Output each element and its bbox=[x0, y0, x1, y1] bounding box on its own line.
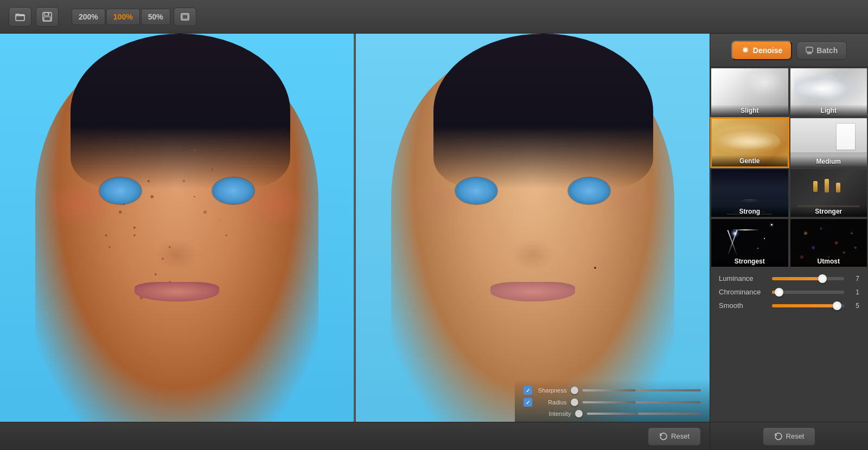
smooth-label: Smooth bbox=[719, 301, 768, 310]
right-panel: Denoise Batch Slight bbox=[710, 34, 868, 450]
right-bottom-bar: Reset bbox=[710, 422, 868, 450]
preset-slight-label: Slight bbox=[711, 105, 788, 116]
gear-icon bbox=[741, 46, 750, 55]
svg-rect-3 bbox=[44, 17, 50, 21]
before-portrait bbox=[0, 34, 354, 422]
preset-utmost-label: Utmost bbox=[790, 255, 867, 267]
chrominance-slider-container[interactable] bbox=[772, 291, 844, 294]
zoom-controls: 200% 100% 50% bbox=[72, 8, 196, 26]
preset-medium[interactable]: Medium bbox=[789, 117, 869, 168]
open-button[interactable] bbox=[9, 7, 31, 27]
zoom-fit-button[interactable] bbox=[174, 8, 196, 26]
main-content: Sharpness Radius bbox=[0, 34, 868, 450]
left-bottom-bar: Reset bbox=[0, 422, 710, 450]
smooth-track bbox=[772, 304, 844, 307]
preset-stronger-label: Stronger bbox=[790, 205, 867, 217]
tab-denoise[interactable]: Denoise bbox=[731, 41, 792, 60]
radius-slider-thumb[interactable] bbox=[571, 398, 578, 406]
batch-icon bbox=[806, 47, 813, 54]
intensity-slider-thumb[interactable] bbox=[575, 410, 583, 417]
smooth-thumb[interactable] bbox=[833, 301, 841, 310]
chrominance-thumb[interactable] bbox=[775, 288, 783, 297]
sharpness-track[interactable] bbox=[583, 389, 701, 391]
radius-control-row: Radius bbox=[524, 398, 701, 407]
radius-track[interactable] bbox=[583, 401, 701, 403]
svg-rect-6 bbox=[182, 15, 188, 19]
intensity-track[interactable] bbox=[587, 413, 701, 415]
intensity-label: Intensity bbox=[541, 410, 571, 417]
right-reset-label: Reset bbox=[786, 432, 805, 440]
preset-slight[interactable]: Slight bbox=[710, 67, 789, 117]
image-overlay-controls: Sharpness Radius bbox=[515, 380, 710, 422]
smooth-fill bbox=[772, 304, 837, 307]
reset-icon bbox=[659, 432, 668, 441]
smooth-value: 5 bbox=[848, 302, 859, 310]
image-reset-label: Reset bbox=[671, 432, 690, 440]
before-image bbox=[0, 34, 354, 422]
after-portrait bbox=[356, 34, 710, 422]
right-top-bar: Denoise Batch bbox=[710, 34, 868, 67]
preset-light[interactable]: Light bbox=[789, 67, 869, 117]
tab-batch[interactable]: Batch bbox=[796, 41, 847, 60]
right-reset-button[interactable]: Reset bbox=[763, 427, 816, 446]
sharpness-label: Sharpness bbox=[537, 387, 566, 394]
save-button[interactable] bbox=[36, 7, 59, 27]
luminance-thumb[interactable] bbox=[818, 274, 827, 283]
svg-rect-8 bbox=[806, 47, 813, 52]
luminance-slider-container[interactable] bbox=[772, 277, 844, 280]
image-reset-button[interactable]: Reset bbox=[648, 427, 701, 446]
chrominance-track bbox=[772, 291, 844, 294]
preset-strongest[interactable]: Strongest bbox=[710, 218, 789, 268]
batch-tab-label: Batch bbox=[816, 46, 838, 55]
zoom-200-button[interactable]: 200% bbox=[72, 9, 105, 25]
chrominance-label: Chrominance bbox=[719, 288, 768, 296]
presets-grid: Slight Light Gentl bbox=[710, 67, 868, 268]
preset-gentle-label: Gentle bbox=[712, 155, 788, 166]
preset-utmost[interactable]: Utmost bbox=[789, 218, 869, 268]
smooth-slider-container[interactable] bbox=[772, 304, 844, 307]
preset-light-label: Light bbox=[790, 105, 867, 116]
sliders-section: Luminance 7 Chrominance bbox=[710, 268, 868, 422]
intensity-control-row: Intensity bbox=[524, 410, 701, 417]
right-reset-icon bbox=[774, 432, 783, 441]
denoise-tab-label: Denoise bbox=[753, 46, 782, 55]
luminance-track bbox=[772, 277, 844, 280]
radius-label: Radius bbox=[537, 399, 566, 406]
luminance-value: 7 bbox=[848, 275, 859, 282]
sharpness-control-row: Sharpness bbox=[524, 386, 701, 395]
luminance-fill bbox=[772, 277, 822, 280]
toolbar: 200% 100% 50% bbox=[0, 0, 868, 34]
zoom-50-button[interactable]: 50% bbox=[141, 9, 170, 25]
smooth-row: Smooth 5 bbox=[719, 301, 859, 310]
preset-stronger[interactable]: Stronger bbox=[789, 168, 869, 218]
preset-strong[interactable]: Strong bbox=[710, 168, 789, 218]
luminance-row: Luminance 7 bbox=[719, 274, 859, 282]
image-canvas: Sharpness Radius bbox=[0, 34, 710, 422]
zoom-100-button[interactable]: 100% bbox=[106, 9, 140, 25]
sharpness-slider-thumb[interactable] bbox=[571, 387, 578, 394]
preset-gentle[interactable]: Gentle bbox=[710, 117, 789, 168]
luminance-label: Luminance bbox=[719, 274, 768, 282]
chrominance-row: Chrominance 1 bbox=[719, 288, 859, 296]
chrominance-value: 1 bbox=[848, 288, 859, 296]
preset-medium-label: Medium bbox=[790, 156, 867, 167]
sharpness-checkbox[interactable] bbox=[524, 386, 532, 395]
image-viewer: Sharpness Radius bbox=[0, 34, 710, 450]
after-image: Sharpness Radius bbox=[356, 34, 710, 422]
preset-strong-label: Strong bbox=[711, 205, 788, 217]
radius-checkbox[interactable] bbox=[524, 398, 532, 407]
preset-strongest-label: Strongest bbox=[711, 255, 788, 267]
